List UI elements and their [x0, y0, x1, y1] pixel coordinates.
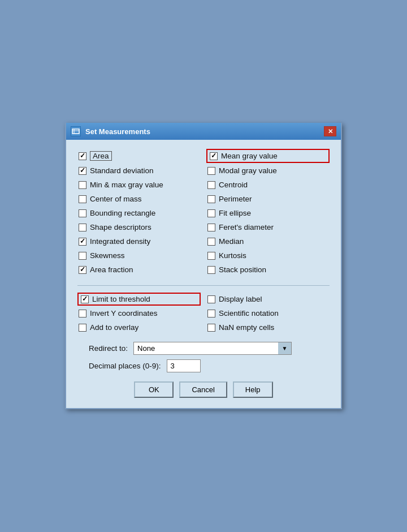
checkbox-fit-ellipse[interactable]: Fit ellipse	[206, 207, 330, 220]
checkbox-bounding-rect-input[interactable]	[79, 209, 86, 217]
checkbox-skewness-label[interactable]: Skewness	[90, 251, 125, 260]
checkbox-modal-gray[interactable]: Modal gray value	[206, 164, 330, 177]
redirect-label: Redirect to:	[89, 344, 128, 353]
checkbox-scientific[interactable]: Scientific notation	[206, 307, 330, 320]
checkbox-area[interactable]: Area	[77, 149, 201, 163]
checkbox-scientific-input[interactable]	[207, 310, 215, 318]
bottom-controls: Redirect to: None Results Other ▼ Decima…	[77, 342, 330, 372]
checkbox-nan-empty[interactable]: NaN empty cells	[206, 321, 330, 334]
checkbox-min-max[interactable]: Min & max gray value	[77, 178, 201, 191]
checkbox-ferets[interactable]: Feret's diameter	[206, 221, 330, 234]
checkbox-mean-gray-input[interactable]	[210, 152, 218, 160]
checkbox-mean-gray[interactable]: Mean gray value	[206, 149, 330, 163]
checkbox-median-label[interactable]: Median	[219, 237, 244, 246]
checkbox-fit-ellipse-input[interactable]	[207, 209, 215, 217]
checkbox-center-mass-label[interactable]: Center of mass	[90, 195, 142, 203]
checkbox-median-input[interactable]	[207, 238, 215, 246]
checkbox-area-input[interactable]	[79, 152, 86, 160]
checkbox-perimeter-input[interactable]	[207, 195, 215, 203]
title-bar-left: Set Measurements	[71, 126, 150, 136]
dialog-content: Area Mean gray value Standard deviation …	[66, 140, 341, 408]
checkbox-kurtosis-input[interactable]	[207, 252, 215, 260]
checkbox-stack-pos[interactable]: Stack position	[206, 263, 330, 276]
checkbox-area-fraction-label[interactable]: Area fraction	[90, 265, 133, 274]
set-measurements-dialog: Set Measurements ✕ Area Mean gray value …	[65, 123, 342, 409]
checkbox-skewness-input[interactable]	[79, 252, 86, 260]
checkbox-invert-y-input[interactable]	[79, 310, 86, 318]
checkbox-shape-desc-input[interactable]	[79, 224, 86, 231]
app-icon	[71, 126, 81, 136]
checkbox-std-dev-input[interactable]	[79, 167, 86, 175]
checkbox-stack-pos-input[interactable]	[207, 266, 215, 274]
checkbox-invert-y[interactable]: Invert Y coordinates	[77, 307, 201, 320]
checkbox-perimeter[interactable]: Perimeter	[206, 192, 330, 205]
decimal-label: Decimal places (0-9):	[89, 362, 161, 370]
checkbox-scientific-label[interactable]: Scientific notation	[219, 309, 279, 318]
main-checkbox-grid: Area Mean gray value Standard deviation …	[77, 149, 330, 276]
section2-checkbox-grid: Limit to threshold Display label Invert …	[77, 293, 330, 334]
redirect-select[interactable]: None Results Other	[133, 342, 292, 355]
checkbox-modal-gray-label[interactable]: Modal gray value	[219, 166, 277, 175]
checkbox-ferets-label[interactable]: Feret's diameter	[219, 223, 274, 231]
checkbox-min-max-input[interactable]	[79, 181, 86, 189]
checkbox-limit-threshold[interactable]: Limit to threshold	[77, 293, 201, 306]
ok-button[interactable]: OK	[134, 381, 174, 398]
checkbox-display-label[interactable]: Display label	[206, 293, 330, 306]
checkbox-add-overlay-input[interactable]	[79, 324, 86, 332]
checkbox-perimeter-label[interactable]: Perimeter	[219, 195, 252, 203]
checkbox-centroid[interactable]: Centroid	[206, 178, 330, 191]
checkbox-nan-empty-label[interactable]: NaN empty cells	[219, 323, 274, 332]
checkbox-integrated[interactable]: Integrated density	[77, 235, 201, 248]
checkbox-median[interactable]: Median	[206, 235, 330, 248]
checkbox-add-overlay-label[interactable]: Add to overlay	[90, 323, 138, 332]
checkbox-std-dev[interactable]: Standard deviation	[77, 164, 201, 177]
help-button[interactable]: Help	[233, 381, 273, 398]
checkbox-display-label-label[interactable]: Display label	[219, 295, 262, 303]
dialog-title: Set Measurements	[85, 127, 150, 136]
checkbox-area-fraction[interactable]: Area fraction	[77, 263, 201, 276]
checkbox-min-max-label[interactable]: Min & max gray value	[90, 181, 163, 189]
close-button[interactable]: ✕	[324, 126, 336, 136]
checkbox-limit-threshold-label[interactable]: Limit to threshold	[92, 295, 150, 303]
checkbox-ferets-input[interactable]	[207, 224, 215, 231]
checkbox-area-label[interactable]: Area	[90, 151, 112, 161]
checkbox-modal-gray-input[interactable]	[207, 167, 215, 175]
redirect-dropdown-wrapper: None Results Other ▼	[133, 342, 292, 355]
checkbox-mean-gray-label[interactable]: Mean gray value	[221, 152, 278, 160]
checkbox-center-mass[interactable]: Center of mass	[77, 192, 201, 205]
checkbox-shape-desc-label[interactable]: Shape descriptors	[90, 223, 151, 231]
decimal-input[interactable]	[167, 359, 201, 372]
checkbox-bounding-rect[interactable]: Bounding rectangle	[77, 207, 201, 220]
checkbox-shape-desc[interactable]: Shape descriptors	[77, 221, 201, 234]
checkbox-add-overlay[interactable]: Add to overlay	[77, 321, 201, 334]
checkbox-display-label-input[interactable]	[207, 295, 215, 303]
checkbox-kurtosis[interactable]: Kurtosis	[206, 249, 330, 262]
checkbox-std-dev-label[interactable]: Standard deviation	[90, 166, 154, 175]
checkbox-centroid-input[interactable]	[207, 181, 215, 189]
checkbox-center-mass-input[interactable]	[79, 195, 86, 203]
title-bar: Set Measurements ✕	[66, 123, 341, 140]
checkbox-bounding-rect-label[interactable]: Bounding rectangle	[90, 209, 155, 217]
checkbox-centroid-label[interactable]: Centroid	[219, 181, 248, 189]
redirect-row: Redirect to: None Results Other ▼	[77, 342, 330, 355]
checkbox-kurtosis-label[interactable]: Kurtosis	[219, 251, 246, 260]
button-row: OK Cancel Help	[77, 381, 330, 400]
checkbox-stack-pos-label[interactable]: Stack position	[219, 265, 266, 274]
checkbox-skewness[interactable]: Skewness	[77, 249, 201, 262]
svg-rect-0	[72, 129, 79, 134]
section-divider	[77, 285, 330, 286]
decimal-row: Decimal places (0-9):	[77, 359, 330, 372]
checkbox-integrated-input[interactable]	[79, 238, 86, 246]
checkbox-invert-y-label[interactable]: Invert Y coordinates	[90, 309, 158, 318]
cancel-button[interactable]: Cancel	[179, 381, 227, 398]
checkbox-integrated-label[interactable]: Integrated density	[90, 237, 150, 246]
checkbox-fit-ellipse-label[interactable]: Fit ellipse	[219, 209, 251, 217]
checkbox-area-fraction-input[interactable]	[79, 266, 86, 274]
checkbox-limit-threshold-input[interactable]	[81, 295, 89, 303]
checkbox-nan-empty-input[interactable]	[207, 324, 215, 332]
